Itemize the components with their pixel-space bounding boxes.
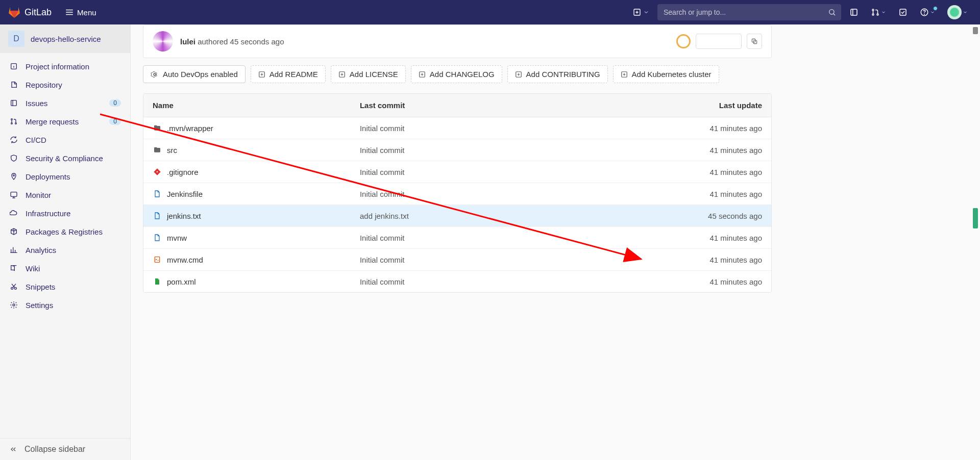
file-update: 41 minutes ago (604, 255, 762, 264)
help-dropdown[interactable] (916, 5, 939, 20)
file-commit[interactable]: Initial commit (360, 124, 604, 133)
search-input[interactable] (657, 4, 841, 20)
file-orange-icon (153, 255, 162, 264)
pipeline-status-icon[interactable] (676, 34, 691, 48)
sidebar-item-merge-requests[interactable]: Merge requests 0 (0, 112, 130, 131)
wiki-icon (9, 264, 18, 273)
repo-icon (9, 80, 18, 89)
sidebar-item-analytics[interactable]: Analytics (0, 241, 130, 259)
folder-icon (153, 145, 162, 155)
chevron-down-icon (643, 9, 649, 15)
folder-icon (153, 123, 162, 133)
table-row[interactable]: Jenkinsfile Initial commit 41 minutes ag… (143, 183, 771, 205)
table-row[interactable]: .mvn/wrapper Initial commit 41 minutes a… (143, 117, 771, 139)
sidebar-item-label: Deployments (26, 172, 121, 181)
plus-icon (419, 71, 426, 78)
add-readme-button[interactable]: Add README (251, 65, 326, 83)
table-row[interactable]: mvnw Initial commit 41 minutes ago (143, 227, 771, 249)
sidebar-item-label: Packages & Registries (26, 227, 121, 236)
sidebar-item-settings[interactable]: Settings (0, 296, 130, 313)
table-row[interactable]: src Initial commit 41 minutes ago (143, 139, 771, 161)
sidebar-item-project-information[interactable]: Project information (0, 57, 130, 75)
sidebar-item-issues[interactable]: Issues 0 (0, 94, 130, 112)
file-commit[interactable]: Initial commit (360, 168, 604, 176)
sidebar-item-label: Infrastructure (26, 209, 121, 218)
table-row[interactable]: mvnw.cmd Initial commit 41 minutes ago (143, 249, 771, 271)
project-header[interactable]: D devops-hello-service (0, 24, 130, 53)
sidebar-item-deployments[interactable]: Deployments (0, 167, 130, 186)
add-changelog-label: Add CHANGELOG (430, 70, 495, 79)
issues-shortcut[interactable] (845, 5, 863, 20)
project-name: devops-hello-service (31, 35, 101, 43)
menu-toggle[interactable]: Menu (60, 5, 102, 20)
sidebar-item-label: Snippets (26, 283, 121, 291)
deploy-icon (9, 172, 18, 181)
commit-sha-box[interactable] (696, 34, 742, 49)
file-commit[interactable]: Initial commit (360, 277, 604, 286)
file-commit[interactable]: add jenkins.txt (360, 212, 604, 220)
cicd-icon (9, 135, 18, 144)
sidebar-item-security-compliance[interactable]: Security & Compliance (0, 149, 130, 167)
scrollbar[interactable] (971, 24, 979, 313)
table-row[interactable]: .gitignore Initial commit 41 minutes ago (143, 161, 771, 183)
file-blue-icon (153, 189, 162, 198)
file-blue-icon (153, 233, 162, 242)
sidebar-nav: Project information Repository Issues 0 … (0, 53, 130, 313)
sidebar-item-snippets[interactable]: Snippets (0, 277, 130, 296)
brand-text: GitLab (24, 7, 52, 18)
sidebar-item-monitor[interactable]: Monitor (0, 186, 130, 204)
navbar-right (629, 2, 972, 22)
sidebar-item-repository[interactable]: Repository (0, 75, 130, 94)
merge-requests-shortcut[interactable] (867, 5, 890, 20)
search-container (657, 4, 841, 20)
sidebar-item-infrastructure[interactable]: Infrastructure (0, 204, 130, 222)
search-icon (828, 8, 836, 16)
file-update: 41 minutes ago (604, 146, 762, 155)
file-name: Jenkinsfile (167, 190, 203, 198)
new-dropdown[interactable] (629, 5, 653, 19)
file-name: mvnw.cmd (167, 255, 203, 264)
sidebar-item-label: Analytics (26, 246, 121, 254)
sidebar-item-label: Monitor (26, 191, 121, 199)
brand-group[interactable]: GitLab (8, 6, 52, 18)
user-menu[interactable] (943, 2, 972, 22)
file-commit[interactable]: Initial commit (360, 255, 604, 264)
sidebar-item-label: Wiki (26, 264, 121, 273)
table-row[interactable]: jenkins.txt add jenkins.txt 45 seconds a… (143, 205, 771, 227)
copy-commit-button[interactable] (747, 34, 762, 49)
sidebar-item-badge: 0 (109, 118, 121, 125)
file-commit[interactable]: Initial commit (360, 146, 604, 155)
project-avatar: D (8, 31, 24, 47)
sidebar-item-ci-cd[interactable]: CI/CD (0, 131, 130, 149)
infra-icon (9, 209, 18, 218)
add-k8s-label: Add Kubernetes cluster (632, 70, 712, 79)
main-content: lulei authored 45 seconds ago Auto DevOp… (131, 24, 784, 313)
sidebar-item-wiki[interactable]: Wiki (0, 259, 130, 277)
add-contributing-button[interactable]: Add CONTRIBUTING (507, 65, 608, 83)
svg-point-11 (11, 119, 13, 120)
file-commit[interactable]: Initial commit (360, 234, 604, 242)
todos-shortcut[interactable] (894, 5, 912, 20)
table-row[interactable]: pom.xml Initial commit 41 minutes ago (143, 271, 771, 292)
svg-point-1 (829, 10, 834, 14)
svg-point-14 (13, 175, 15, 176)
file-update: 41 minutes ago (604, 190, 762, 198)
file-blue-icon (153, 211, 162, 220)
header-update: Last update (604, 101, 762, 110)
commit-author[interactable]: lulei (180, 37, 195, 46)
add-k8s-button[interactable]: Add Kubernetes cluster (613, 65, 719, 83)
shield-icon (9, 154, 18, 163)
file-name: src (167, 146, 177, 155)
commit-summary: lulei authored 45 seconds ago (180, 37, 284, 46)
add-changelog-button[interactable]: Add CHANGELOG (411, 65, 502, 83)
svg-point-27 (157, 171, 158, 173)
file-commit[interactable]: Initial commit (360, 190, 604, 198)
project-actions: Auto DevOps enabled Add README Add LICEN… (143, 65, 772, 83)
autodevops-label: Auto DevOps enabled (163, 70, 238, 79)
add-readme-label: Add README (270, 70, 318, 79)
add-license-button[interactable]: Add LICENSE (331, 65, 406, 83)
issues-icon (9, 98, 18, 108)
autodevops-button[interactable]: Auto DevOps enabled (143, 65, 246, 83)
svg-point-4 (872, 14, 874, 15)
sidebar-item-packages-registries[interactable]: Packages & Registries (0, 222, 130, 241)
